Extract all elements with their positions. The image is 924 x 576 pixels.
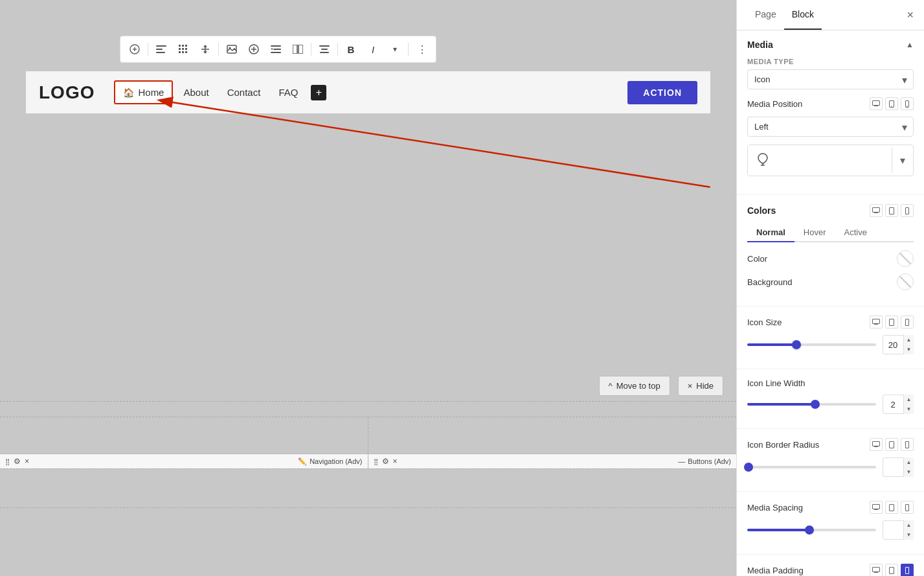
desktop-icon[interactable]: [870, 97, 883, 110]
icon-picker[interactable]: ▾: [747, 144, 914, 176]
panel-close-button[interactable]: ×: [907, 8, 914, 22]
edit-toolbar-btn[interactable]: [124, 39, 145, 60]
icon-border-radius-slider[interactable]: [747, 466, 876, 468]
dropdown-btn[interactable]: ▾: [385, 39, 405, 60]
image-btn[interactable]: [221, 39, 242, 60]
mobile-icon[interactable]: [901, 97, 914, 110]
tablet-icon-colors[interactable]: [885, 204, 898, 217]
desktop-icon-colors[interactable]: [870, 204, 883, 217]
media-spacing-down[interactable]: ▼: [903, 530, 914, 540]
italic-btn[interactable]: I: [363, 39, 383, 60]
icon-size-thumb[interactable]: [792, 340, 801, 349]
arrows-btn[interactable]: [195, 39, 216, 60]
icon-border-radius-down[interactable]: ▼: [903, 467, 914, 477]
icon-picker-chevron[interactable]: ▾: [892, 148, 913, 173]
icon-size-down[interactable]: ▼: [903, 345, 914, 354]
mobile-icon-spacing[interactable]: [901, 501, 914, 514]
media-spacing-up[interactable]: ▲: [903, 520, 914, 530]
desktop-icon-iconsize[interactable]: [870, 316, 883, 328]
svg-rect-3: [156, 52, 165, 53]
nav-add-button[interactable]: +: [311, 85, 326, 100]
background-swatch[interactable]: [897, 273, 914, 290]
colors-tab-active[interactable]: Active: [835, 224, 875, 242]
media-position-select[interactable]: Left Right Top Bottom: [747, 117, 914, 137]
right-panel: Page Block × Media ▲ MEDIA TYPE Icon Ima…: [736, 0, 924, 576]
indent-btn[interactable]: [265, 39, 286, 60]
icon-line-width-input-wrapper: ▲ ▼: [883, 395, 914, 414]
svg-rect-48: [873, 568, 880, 572]
mobile-icon-iconsize[interactable]: [901, 316, 914, 328]
desktop-icon-border[interactable]: [870, 438, 883, 451]
colors-tab-normal[interactable]: Normal: [747, 224, 794, 242]
icon-line-width-down[interactable]: ▼: [903, 404, 914, 414]
nav-block-title: Navigation (Adv): [310, 457, 362, 465]
colors-tabs: Normal Hover Active: [747, 224, 914, 242]
tab-block[interactable]: Block: [784, 0, 822, 30]
icon-size-up[interactable]: ▲: [903, 335, 914, 345]
mobile-icon-colors[interactable]: [901, 204, 914, 217]
icon-line-width-up[interactable]: ▲: [903, 395, 914, 404]
icon-line-width-thumb[interactable]: [811, 400, 820, 409]
media-section-chevron[interactable]: ▲: [906, 40, 914, 49]
media-padding-label: Media Padding: [747, 566, 804, 575]
nav-item-contact-label: Contact: [227, 87, 261, 98]
icon-line-width-slider[interactable]: [747, 403, 876, 406]
hide-button[interactable]: × Hide: [678, 376, 723, 396]
action-button[interactable]: ACTION: [627, 81, 697, 104]
buttons-block-label: ⣿ ⚙ × — Buttons (Adv): [368, 454, 737, 468]
media-spacing-slider[interactable]: [747, 529, 876, 531]
buttons-block-name: — Buttons (Adv): [678, 457, 731, 465]
desktop-icon-padding[interactable]: [870, 564, 883, 576]
svg-rect-34: [890, 207, 894, 214]
tablet-icon-spacing[interactable]: [885, 501, 898, 514]
nav-block-close[interactable]: ×: [25, 457, 29, 466]
background-row: Background: [747, 273, 914, 290]
nav-item-faq[interactable]: FAQ: [271, 82, 306, 103]
responsive-icons-colors: [870, 204, 914, 217]
move-to-top-icon: ^: [609, 381, 613, 391]
panel-tabs: Page Block ×: [737, 0, 924, 30]
media-spacing-slider-row: ▲ ▼: [747, 520, 914, 540]
buttons-block-dots: ⣿: [374, 458, 378, 465]
more-btn[interactable]: ⋮: [411, 39, 432, 60]
colors-tab-hover[interactable]: Hover: [794, 224, 835, 242]
tab-page[interactable]: Page: [747, 0, 784, 30]
svg-rect-47: [906, 504, 909, 511]
tablet-icon-border[interactable]: [885, 438, 898, 451]
svg-rect-8: [182, 48, 184, 50]
media-type-label: MEDIA TYPE: [747, 58, 914, 65]
tablet-icon-padding[interactable]: [885, 564, 898, 576]
mobile-icon-padding[interactable]: [901, 564, 914, 576]
add-circle-btn[interactable]: [243, 39, 264, 60]
bold-btn[interactable]: B: [341, 39, 361, 60]
color-swatch[interactable]: [897, 250, 914, 267]
colors-section-header: Colors: [747, 204, 914, 217]
tablet-icon[interactable]: [885, 97, 898, 110]
nav-block-name: ✏️ Navigation (Adv): [298, 457, 362, 466]
nav-item-home[interactable]: 🏠 Home: [114, 80, 173, 104]
toolbar: B I ▾ ⋮: [120, 36, 436, 63]
desktop-icon-spacing[interactable]: [870, 501, 883, 514]
grid-btn[interactable]: [173, 39, 194, 60]
mobile-icon-border[interactable]: [901, 438, 914, 451]
media-spacing-thumb[interactable]: [805, 525, 814, 535]
move-to-top-button[interactable]: ^ Move to top: [599, 376, 670, 396]
nav-item-contact[interactable]: Contact: [220, 82, 269, 103]
icon-size-slider[interactable]: [747, 343, 876, 346]
align-center-btn[interactable]: [314, 39, 335, 60]
media-type-select[interactable]: Icon Image None: [747, 69, 914, 89]
icon-border-radius-stepper: ▲ ▼: [903, 457, 914, 477]
svg-point-31: [907, 106, 908, 107]
buttons-block-close[interactable]: ×: [393, 457, 398, 466]
nav-block-gear[interactable]: ⚙: [14, 457, 21, 466]
svg-rect-44: [873, 505, 880, 509]
color-label: Color: [747, 254, 767, 264]
columns-btn[interactable]: [287, 39, 308, 60]
tablet-icon-iconsize[interactable]: [885, 316, 898, 328]
icon-border-radius-thumb[interactable]: [744, 463, 753, 472]
align-left-btn[interactable]: [151, 39, 172, 60]
icon-border-radius-up[interactable]: ▲: [903, 457, 914, 467]
buttons-block-gear[interactable]: ⚙: [382, 457, 389, 466]
hide-icon: ×: [688, 381, 693, 391]
nav-item-about[interactable]: About: [175, 82, 216, 103]
